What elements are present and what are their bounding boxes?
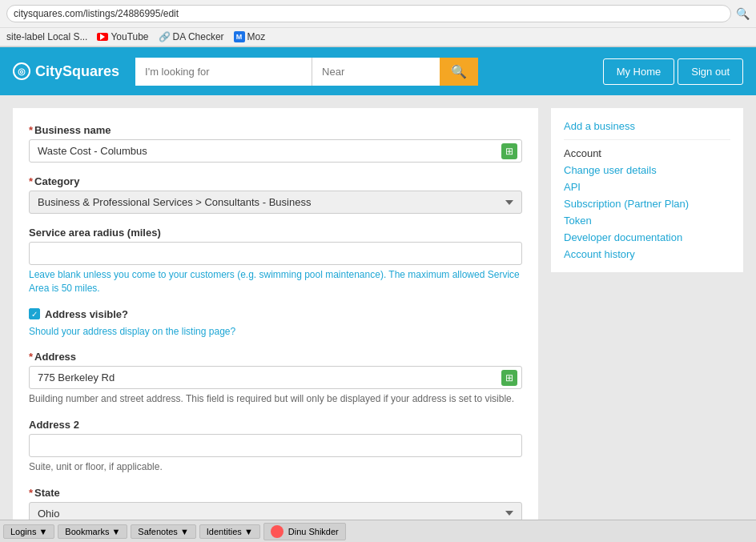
sidebar-item-account-history[interactable]: Account history [564, 246, 730, 263]
address2-input[interactable] [29, 434, 522, 457]
required-star: * [29, 124, 33, 136]
taskbar-safenotes-label: Safenotes ▼ [138, 527, 188, 536]
bookmark-site-label[interactable]: site-label Local S... [6, 31, 87, 42]
service-area-label: Service area radius (miles) [29, 227, 522, 239]
address-label: *Address [29, 351, 522, 363]
address-input[interactable] [6, 5, 731, 22]
required-star-state: * [29, 487, 33, 499]
youtube-icon [97, 33, 108, 41]
category-group: *Category Business & Professional Servic… [29, 175, 522, 214]
sidebar-item-subscription[interactable]: Subscription (Partner Plan) [564, 195, 730, 212]
da-icon: 🔗 [159, 31, 171, 42]
address2-label: Address 2 [29, 419, 522, 431]
user-avatar [271, 525, 284, 538]
taskbar-user[interactable]: Dinu Shikder [263, 523, 346, 540]
taskbar-bookmarks-label: Bookmarks ▼ [65, 527, 120, 536]
taskbar-user-label: Dinu Shikder [288, 527, 339, 536]
sidebar-item-account: Account [564, 145, 730, 162]
main-content: *Business name *Category Business & Prof… [13, 108, 538, 542]
header-actions: My Home Sign out [603, 58, 743, 85]
sidebar-menu: Add a business Account Change user detai… [551, 108, 743, 272]
magnifier-icon: 🔍 [736, 7, 750, 20]
bookmark-da-checker[interactable]: 🔗 DA Checker [159, 31, 224, 42]
page-layout: *Business name *Category Business & Prof… [0, 95, 756, 542]
address-group: *Address Building number and street addr… [29, 351, 522, 406]
address-visible-group: Address visible? Should your address dis… [29, 308, 522, 339]
address-addon-icon [501, 370, 517, 386]
bookmark-da-label: DA Checker [173, 31, 224, 42]
bookmark-youtube[interactable]: YouTube [97, 31, 148, 42]
address-visible-hint: Should your address display on the listi… [29, 325, 522, 339]
search-near-input[interactable] [312, 58, 440, 86]
address-visible-label: Address visible? [45, 308, 128, 320]
address-input[interactable] [29, 366, 522, 389]
taskbar-identities[interactable]: Identities ▼ [199, 524, 260, 539]
address-hint: Building number and street address. This… [29, 392, 522, 406]
logo-icon: ◎ [13, 62, 30, 80]
taskbar: Logins ▼ Bookmarks ▼ Safenotes ▼ Identit… [0, 520, 756, 542]
search-form: 🔍 [135, 58, 536, 86]
service-area-input[interactable] [29, 242, 522, 265]
address2-hint: Suite, unit or floor, if applicable. [29, 460, 522, 474]
business-name-input[interactable] [29, 139, 522, 163]
sidebar: Add a business Account Change user detai… [551, 108, 743, 542]
logo-area[interactable]: ◎ CitySquares [13, 62, 119, 80]
form-section: *Business name *Category Business & Prof… [13, 108, 538, 542]
address2-group: Address 2 Suite, unit or floor, if appli… [29, 419, 522, 474]
search-looking-input[interactable] [135, 58, 312, 86]
bookmark-moz-label: Moz [247, 31, 266, 42]
required-star-category: * [29, 175, 33, 187]
taskbar-safenotes[interactable]: Safenotes ▼ [131, 524, 195, 539]
business-name-group: *Business name [29, 124, 522, 163]
state-label: *State [29, 487, 522, 499]
my-home-button[interactable]: My Home [603, 58, 675, 85]
sidebar-item-change-user[interactable]: Change user details [564, 162, 730, 179]
address-bar: 🔍 [0, 0, 756, 28]
required-star-address: * [29, 351, 33, 363]
taskbar-logins[interactable]: Logins ▼ [3, 524, 54, 539]
business-name-addon-icon [501, 143, 517, 159]
sidebar-item-token[interactable]: Token [564, 212, 730, 229]
business-name-input-wrapper [29, 139, 522, 163]
bookmark-moz[interactable]: M Moz [234, 31, 266, 42]
address-input-wrapper [29, 366, 522, 389]
browser-chrome: 🔍 site-label Local S... YouTube 🔗 DA Che… [0, 0, 756, 47]
sidebar-item-api[interactable]: API [564, 179, 730, 195]
taskbar-logins-label: Logins ▼ [10, 527, 47, 536]
bookmark-youtube-label: YouTube [111, 31, 148, 42]
business-name-label: *Business name [29, 124, 522, 136]
site-header: ◎ CitySquares 🔍 My Home Sign out [0, 47, 756, 95]
sidebar-item-add-business[interactable]: Add a business [564, 118, 730, 134]
taskbar-identities-label: Identities ▼ [207, 527, 253, 536]
category-select[interactable]: Business & Professional Services > Consu… [29, 191, 522, 214]
address-visible-checkbox[interactable] [29, 308, 40, 319]
moz-icon: M [234, 31, 245, 42]
bookmarks-bar: site-label Local S... YouTube 🔗 DA Check… [0, 28, 756, 46]
logo-text: CitySquares [35, 63, 119, 80]
sidebar-item-dev-docs[interactable]: Developer documentation [564, 229, 730, 246]
sidebar-divider-1 [564, 139, 730, 140]
sign-out-button[interactable]: Sign out [678, 58, 743, 85]
service-area-hint: Leave blank unless you come to your cust… [29, 268, 522, 295]
bookmark-label: site-label Local S... [6, 31, 87, 42]
service-area-group: Service area radius (miles) Leave blank … [29, 227, 522, 295]
taskbar-bookmarks[interactable]: Bookmarks ▼ [58, 524, 127, 539]
search-button[interactable]: 🔍 [440, 58, 478, 86]
address-visible-checkbox-group: Address visible? [29, 308, 522, 320]
category-label: *Category [29, 175, 522, 187]
